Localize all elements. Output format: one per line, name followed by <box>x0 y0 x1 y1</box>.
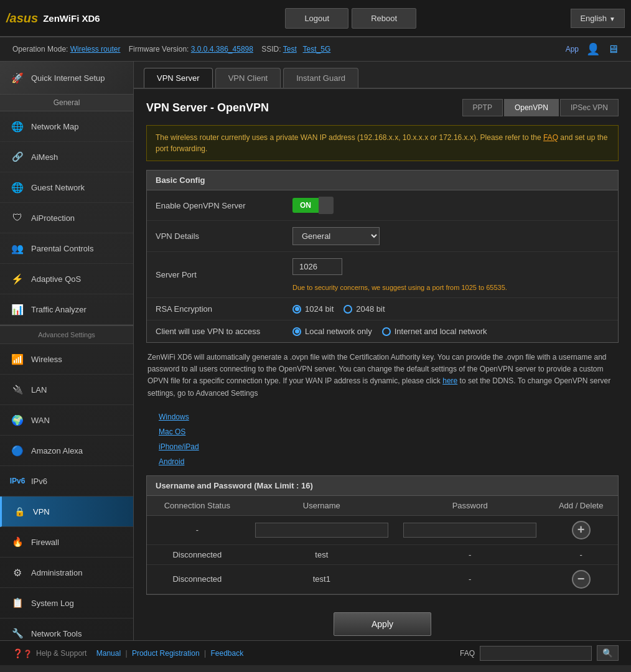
sidebar-item-administration[interactable]: Administration <box>0 558 133 588</box>
vpn-details-select[interactable]: General Advanced <box>292 227 380 245</box>
sidebar-item-firewall[interactable]: Firewall <box>0 527 133 558</box>
sidebar-label-network-map: Network Map <box>31 122 79 131</box>
sidebar-label-adaptive-qos: Adaptive QoS <box>31 274 81 284</box>
row2-password: - <box>396 544 544 564</box>
rsa-encryption-row: RSA Encryption 1024 bit 2048 bit <box>147 298 618 320</box>
iphone-link[interactable]: iPhone/iPad <box>159 442 199 451</box>
sidebar-advanced-title: Advanced Settings <box>0 325 133 344</box>
shield-icon <box>10 210 25 225</box>
user-table-section: Username and Password (Max Limit : 16) C… <box>146 475 619 595</box>
apply-row: Apply <box>146 604 619 640</box>
internet-local-label[interactable]: Internet and local network <box>382 327 487 336</box>
internet-local-radio[interactable] <box>382 327 391 336</box>
sidebar-item-traffic-analyzer[interactable]: Traffic Analyzer <box>0 294 133 325</box>
rsa-2048-label[interactable]: 2048 bit <box>344 304 385 314</box>
monitor-icon[interactable]: 🖥 <box>607 43 619 56</box>
windows-link[interactable]: Windows <box>159 413 189 421</box>
ssid-value[interactable]: Test <box>283 45 297 54</box>
vpn-details-value: General Advanced <box>292 227 380 245</box>
tab-instant-guard[interactable]: Instant Guard <box>283 68 358 88</box>
rsa-1024-radio[interactable] <box>292 305 301 314</box>
feedback-link[interactable]: Feedback <box>210 649 243 658</box>
mesh-icon <box>10 149 25 164</box>
sidebar-label-parental-controls: Parental Controls <box>31 244 93 253</box>
username-input[interactable] <box>255 523 388 538</box>
ssid-5g-value[interactable]: Test_5G <box>303 45 331 54</box>
table-row: - + <box>147 515 618 544</box>
rsa-2048-radio[interactable] <box>344 305 352 314</box>
row1-username-cell <box>248 515 396 544</box>
ipv6-icon: IPv6 <box>10 474 25 488</box>
toggle-off-part <box>319 197 334 214</box>
guest-globe-icon <box>10 180 25 195</box>
server-port-row: Server Port Due to security concerns, we… <box>147 252 618 298</box>
sidebar-item-aimesh[interactable]: AiMesh <box>0 142 133 172</box>
language-selector[interactable]: English <box>571 9 625 28</box>
col-password: Password <box>396 496 544 516</box>
vpn-type-buttons: PPTP OpenVPN IPSec VPN <box>462 99 619 116</box>
sidebar-item-wireless[interactable]: Wireless <box>0 344 133 375</box>
manual-link[interactable]: Manual <box>96 649 121 658</box>
apply-button[interactable]: Apply <box>334 612 431 636</box>
operation-mode-value[interactable]: Wireless router <box>70 45 121 54</box>
openvpn-button[interactable]: OpenVPN <box>504 99 559 116</box>
person-icon[interactable]: 👤 <box>586 42 600 56</box>
vpn-content: VPN Server - OpenVPN PPTP OpenVPN IPSec … <box>134 89 631 640</box>
sidebar-item-ipv6[interactable]: IPv6 IPv6 <box>0 466 133 497</box>
sidebar-item-wan[interactable]: WAN <box>0 405 133 436</box>
sidebar-item-amazon-alexa[interactable]: Amazon Alexa <box>0 436 133 466</box>
here-link[interactable]: here <box>442 376 457 385</box>
openvpn-toggle[interactable]: ON <box>292 197 334 214</box>
password-input[interactable] <box>403 523 536 538</box>
help-icon: ❓ <box>12 648 32 658</box>
rsa-label: RSA Encryption <box>156 304 292 314</box>
local-network-label[interactable]: Local network only <box>292 327 372 336</box>
macos-link[interactable]: Mac OS <box>159 427 185 436</box>
ipsec-vpn-button[interactable]: IPSec VPN <box>560 99 619 116</box>
server-port-input[interactable] <box>292 258 342 275</box>
sidebar-item-lan[interactable]: LAN <box>0 375 133 405</box>
sidebar-item-network-map[interactable]: Network Map <box>0 111 133 142</box>
sidebar: 🚀 Quick Internet Setup General Network M… <box>0 62 134 640</box>
local-network-radio[interactable] <box>292 327 301 336</box>
list-item-iphone: iPhone/iPad <box>159 439 619 454</box>
user-table-header-row: Connection Status Username Password Add … <box>147 496 618 516</box>
sidebar-label-guest-network: Guest Network <box>31 183 85 192</box>
reboot-button[interactable]: Reboot <box>352 8 416 29</box>
tab-vpn-server[interactable]: VPN Server <box>144 68 213 88</box>
add-user-button[interactable]: + <box>572 521 591 539</box>
row3-password: - <box>396 564 544 594</box>
language-label: English <box>580 14 607 23</box>
faq-search-button[interactable]: 🔍 <box>597 645 619 661</box>
tab-vpn-client[interactable]: VPN Client <box>215 68 281 88</box>
sidebar-label-aiprotection: AiProtection <box>31 213 75 223</box>
sidebar-item-network-tools[interactable]: Network Tools <box>0 618 133 640</box>
table-row: Disconnected test1 - − <box>147 564 618 594</box>
sidebar-item-adaptive-qos[interactable]: Adaptive QoS <box>0 264 133 294</box>
android-link[interactable]: Android <box>159 457 184 466</box>
sidebar-item-quick-setup[interactable]: 🚀 Quick Internet Setup <box>0 62 133 95</box>
faq-link[interactable]: FAQ <box>543 133 558 142</box>
sidebar-label-network-tools: Network Tools <box>31 629 82 638</box>
pptp-button[interactable]: PPTP <box>462 99 503 116</box>
sidebar-item-aiprotection[interactable]: AiProtection <box>0 203 133 233</box>
rsa-1024-label[interactable]: 1024 bit <box>292 304 334 314</box>
firmware-value[interactable]: 3.0.0.4.386_45898 <box>191 45 253 54</box>
download-list: Windows Mac OS iPhone/iPad Android <box>146 407 619 475</box>
sidebar-item-system-log[interactable]: System Log <box>0 588 133 618</box>
client-access-label: Client will use VPN to access <box>156 327 292 336</box>
product-registration-link[interactable]: Product Registration <box>132 649 200 658</box>
internet-local-text: Internet and local network <box>395 327 487 336</box>
sidebar-item-guest-network[interactable]: Guest Network <box>0 172 133 203</box>
row3-username: test1 <box>248 564 396 594</box>
content-area: VPN Server VPN Client Instant Guard VPN … <box>134 62 631 640</box>
row1-password-cell <box>396 515 544 544</box>
sidebar-label-wireless: Wireless <box>31 355 62 364</box>
sidebar-item-parental-controls[interactable]: Parental Controls <box>0 233 133 264</box>
sidebar-item-vpn[interactable]: VPN <box>0 497 133 527</box>
remove-user-button[interactable]: − <box>572 570 591 589</box>
tab-bar: VPN Server VPN Client Instant Guard <box>134 62 631 89</box>
faq-search-input[interactable] <box>480 646 592 661</box>
row1-action: + <box>544 515 618 544</box>
logout-button[interactable]: Logout <box>285 8 348 29</box>
